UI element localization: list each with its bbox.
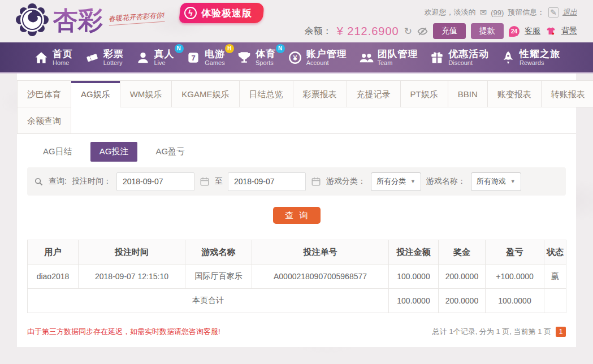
tab-balance-query[interactable]: 余额查询 [17,107,71,134]
summary-status-empty [544,289,566,313]
search-button[interactable]: 查 询 [273,207,321,224]
new-badge: N [276,44,285,53]
mail-count-link[interactable]: (99) [491,8,504,17]
tab-bbin[interactable]: BBIN [448,80,488,107]
svg-text:¥: ¥ [293,54,297,62]
subtab-ag-bets[interactable]: AG投注 [90,142,138,162]
hot-badge: H [225,44,234,53]
summary-label: 本页合计 [28,289,389,313]
live-person-icon [136,50,150,65]
nav-item-live[interactable]: 真人NLive [136,49,175,67]
nav-item-discount[interactable]: 优惠活动Discount [430,49,489,67]
col-prize: 奖金 [439,240,486,265]
report-tabs-row1: 沙巴体育 AG娱乐 WM娱乐 KGAME娱乐 日结总览 彩票报表 充提记录 PT… [17,80,576,107]
mail-icon[interactable]: ✉ [480,7,487,18]
bet-report-table: 用户 投注时间 游戏名称 投注单号 投注金额 奖金 盈亏 状态 diao2018… [27,240,566,313]
col-game-name: 游戏名称 [185,240,252,265]
nav-item-home[interactable]: 首页Home [34,49,73,67]
tab-ag-entertainment[interactable]: AG娱乐 [71,80,120,107]
logout-link[interactable]: 退出 [562,7,577,18]
col-bet-time: 投注时间 [79,240,185,265]
cell-game-name: 国际厅百家乐 [185,265,252,289]
main-nav: 首页Home 彩票Lottery 真人NLive 7 电游HGames 体育NS… [0,42,593,73]
search-icon [34,177,44,187]
game-category-select[interactable]: 所有分类 ▼ [371,172,421,191]
withdraw-button[interactable]: 提款 [471,23,504,39]
summary-profit: 100.0000 [486,289,544,313]
edit-icon[interactable]: ✎ [548,7,559,18]
cell-bet-time: 2018-09-07 12:15:10 [79,265,185,289]
tab-lottery-report[interactable]: 彩票报表 [293,80,347,107]
welcome-row: 欢迎您，淡淡的 ✉ (99) 预留信息： ✎ 退出 [305,7,577,18]
cell-bet-number: A00002180907005968577 [252,265,389,289]
nav-item-games[interactable]: 7 电游HGames [186,49,225,67]
subtab-ag-profit[interactable]: AG盈亏 [146,142,194,162]
report-tabs-row2: 余额查询 [17,107,576,134]
content-container: 沙巴体育 AG娱乐 WM娱乐 KGAME娱乐 日结总览 彩票报表 充提记录 PT… [17,73,576,347]
background-shirt-icon [546,26,556,37]
subtab-ag-daily[interactable]: AG日结 [34,142,81,162]
date-from-input[interactable] [116,172,194,191]
col-bet-number: 投注单号 [252,240,389,265]
calendar-icon[interactable] [311,176,321,187]
cell-bet-amount: 100.0000 [389,265,439,289]
logo-text: 杏彩 [53,3,103,37]
tab-transfer-report[interactable]: 转账报表 [542,80,593,107]
calendar-icon[interactable] [200,176,210,187]
nav-item-account[interactable]: ¥ 账户管理Account [288,49,347,67]
team-people-icon [359,50,374,65]
speed-version-button[interactable]: ϟ 体验极速版 [179,3,265,23]
page-1-button[interactable]: 1 [556,327,566,337]
tab-account-change-report[interactable]: 账变报表 [488,80,542,107]
cell-user: diao2018 [28,265,79,289]
game-category-label: 游戏分类： [326,176,366,187]
svg-text:7: 7 [192,53,196,62]
pagination: 总计 1个记录, 分为 1 页, 当前第 1 页 1 [432,327,566,337]
game-name-label: 游戏名称： [426,176,466,187]
game-name-select[interactable]: 所有游戏 ▼ [471,172,521,191]
reserved-info-label: 预留信息： [508,7,544,18]
cell-prize: 200.0000 [439,265,486,289]
deposit-button[interactable]: 充值 [433,23,466,39]
hide-balance-icon[interactable] [417,26,428,37]
gift-icon [430,50,444,65]
nav-item-lottery[interactable]: 彩票Lottery [85,49,124,67]
tab-deposit-withdraw-records[interactable]: 充提记录 [347,80,401,107]
tab-daily-overview[interactable]: 日结总览 [240,80,293,107]
games-7-icon: 7 [186,50,201,65]
new-badge: N [175,44,184,53]
col-bet-amount: 投注金额 [389,240,439,265]
balance-value: ¥ 212.6900 [337,25,399,38]
nav-item-sports[interactable]: 体育NSports [237,49,276,67]
service-24h-icon: 24 [509,26,520,37]
site-logo[interactable]: 杏彩 春暖花开杏彩有你! [16,3,165,37]
chevron-down-icon: ▼ [410,179,415,184]
pagination-summary: 总计 1个记录, 分为 1 页, 当前第 1 页 [432,327,551,337]
cell-status: 赢 [544,265,566,289]
date-to-input[interactable] [228,172,306,191]
ticket-icon [85,50,99,65]
nav-item-rewards[interactable]: 性耀之旅Rewards [501,49,560,67]
summary-row: 本页合计 100.0000 200.0000 100.0000 [28,289,566,313]
customer-service-link[interactable]: 客服 [525,26,540,36]
bet-time-label: 投注时间： [72,176,111,187]
logo-tagline: 春暖花开杏彩有你! [108,11,165,26]
tab-saba-sports[interactable]: 沙巴体育 [17,80,71,107]
refresh-balance-icon[interactable]: ↻ [404,25,412,37]
col-user: 用户 [28,240,79,265]
tab-kgame[interactable]: KGAME娱乐 [172,80,239,107]
background-link[interactable]: 背景 [561,26,577,36]
nav-item-team[interactable]: 团队管理Team [359,49,418,67]
speed-version-label: 体验极速版 [201,7,252,20]
tabs-filler [71,107,576,134]
delay-notice: 由于第三方数据同步存在延迟，如需实时数据请您咨询客服! [27,327,220,337]
tab-pt-entertainment[interactable]: PT娱乐 [401,80,448,107]
tab-wm-entertainment[interactable]: WM娱乐 [120,80,172,107]
yuan-coin-icon: ¥ [288,50,302,65]
col-status: 状态 [544,240,566,265]
balance-row: 余额： ¥ 212.6900 ↻ 充值 提款 24 客服 [305,23,577,39]
header-user-area: 欢迎您，淡淡的 ✉ (99) 预留信息： ✎ 退出 余额： ¥ 212.6900… [305,0,577,39]
table-row: diao2018 2018-09-07 12:15:10 国际厅百家乐 A000… [28,265,566,289]
lightning-icon: ϟ [184,7,197,19]
summary-prize: 200.0000 [439,289,486,313]
